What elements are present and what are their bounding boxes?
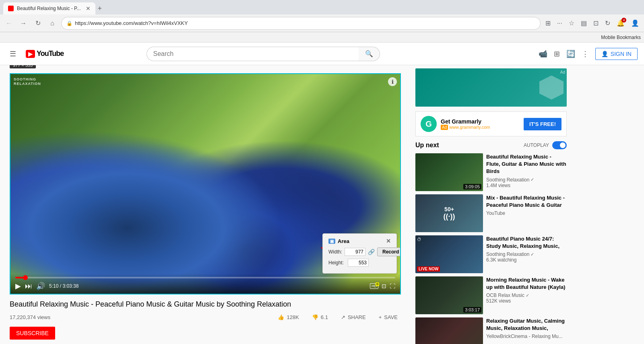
- controls-right: HD⚙ ⊡ ⛶: [370, 283, 395, 289]
- like-button[interactable]: 👍 128K: [275, 313, 302, 322]
- video-duration: 3:09:05: [463, 184, 481, 190]
- height-field: Height:: [328, 259, 391, 267]
- record-dialog-title: ▣ Area ✕: [328, 238, 391, 244]
- browser-toolbar: ← → ↻ ⌂ 🔒 https://www.youtube.com/watch?…: [0, 14, 644, 32]
- playlist-thumb: 50+ ((·)): [415, 194, 483, 232]
- tab-title: Beautiful Relaxing Music - P...: [17, 6, 81, 11]
- header-right: 📹 ⊞ 🔄 ⋮ 👤 SIGN IN: [539, 48, 638, 60]
- grammarly-name: Get Grammarly: [441, 118, 520, 125]
- verified-icon: ✓: [530, 177, 534, 182]
- video-column: 977 × 553 SOOTHING RELAXATION ℹ: [0, 65, 411, 344]
- tab-bar: Beautiful Relaxing Music - P... ✕ +: [0, 0, 644, 14]
- share-button[interactable]: ↗ SHARE: [338, 313, 369, 322]
- playlist-info: Morning Relaxing Music - Wake up with Be…: [486, 276, 567, 314]
- playlist-thumb: ⏱ LIVE NOW: [415, 235, 483, 273]
- reader-icon[interactable]: ⊡: [592, 18, 600, 29]
- video-info-button[interactable]: ℹ: [388, 77, 397, 86]
- video-time: 5:10 / 3:03:38: [49, 283, 78, 289]
- bookmark-star-icon[interactable]: ☆: [567, 18, 576, 29]
- autoplay-label: AUTOPLAY: [524, 142, 549, 148]
- video-size-badge: 977 × 553: [10, 65, 36, 68]
- notifications-badge[interactable]: 🔔4: [615, 18, 626, 29]
- hamburger-menu-icon[interactable]: ☰: [6, 46, 19, 62]
- volume-button[interactable]: 🔊: [36, 282, 45, 290]
- grammarly-info: Get Grammarly Ad www.grammarly.com: [441, 118, 520, 130]
- next-button[interactable]: ⏭: [25, 282, 32, 290]
- video-title: Beautiful Relaxing Music - Peaceful Pian…: [10, 299, 401, 309]
- share-icon: ↗: [341, 314, 345, 320]
- playlist-item[interactable]: Relaxing Guitar Music, Calming Music, Re…: [415, 317, 567, 344]
- extensions-icon[interactable]: ⊞: [544, 18, 552, 29]
- thumb-up-icon: 👍: [278, 314, 284, 320]
- up-next-title: Up next: [415, 142, 439, 149]
- playlist-item[interactable]: ⏱ LIVE NOW Beautiful Piano Music 24/7: S…: [415, 235, 567, 273]
- home-button[interactable]: ⌂: [47, 18, 58, 29]
- height-label: Height:: [328, 260, 345, 266]
- grammarly-ad-label: Ad www.grammarly.com: [441, 125, 520, 130]
- lock-link-icon[interactable]: 🔗: [368, 249, 375, 255]
- grammarly-ad: G Get Grammarly Ad www.grammarly.com IT'…: [415, 111, 567, 136]
- playlist-item[interactable]: 3:09:05 Beautiful Relaxing Music - Flute…: [415, 153, 567, 191]
- autoplay-control: AUTOPLAY: [524, 141, 567, 149]
- hd-badge: HD⚙: [370, 283, 378, 289]
- width-input[interactable]: [345, 248, 365, 256]
- ad-banner: Ad: [415, 68, 567, 107]
- playlist-info: Beautiful Relaxing Music - Flute, Guitar…: [486, 153, 567, 191]
- ad-hexagon: [539, 76, 564, 100]
- playlist-watching: 6.3K watching: [486, 257, 567, 263]
- new-tab-button[interactable]: +: [95, 4, 105, 13]
- video-player[interactable]: SOOTHING RELAXATION ℹ ▶: [10, 73, 401, 295]
- active-tab[interactable]: Beautiful Relaxing Music - P... ✕: [3, 2, 95, 14]
- soothing-logo: SOOTHING RELAXATION: [14, 77, 41, 86]
- reload-button[interactable]: ↻: [32, 18, 43, 29]
- record-close-button[interactable]: ✕: [386, 238, 391, 244]
- youtube-logo[interactable]: ▶ YouTube: [26, 49, 64, 58]
- progress-dot: [23, 275, 28, 280]
- progress-fill: [15, 277, 26, 278]
- height-input[interactable]: [348, 259, 369, 267]
- youtube-logo-icon: ▶: [26, 50, 35, 58]
- playlist-item-title: Relaxing Guitar Music, Calming Music, Re…: [486, 317, 567, 332]
- back-button[interactable]: ←: [3, 18, 14, 29]
- ad-label: Ad: [560, 70, 565, 74]
- kebab-menu-icon[interactable]: ⋮: [582, 49, 589, 58]
- apps-grid-icon[interactable]: ⊞: [554, 49, 560, 58]
- play-button[interactable]: ▶: [15, 282, 21, 290]
- save-icon: +: [379, 314, 382, 320]
- video-player-wrapper: 977 × 553 SOOTHING RELAXATION ℹ: [10, 73, 401, 295]
- search-button[interactable]: 🔍: [359, 47, 380, 61]
- youtube-app: ☰ ▶ YouTube 🔍 📹 ⊞ 🔄 ⋮ 👤 SIGN IN 977 × 55…: [0, 43, 644, 344]
- playlist-channel: Soothing Relaxation ✓: [486, 177, 567, 183]
- dislike-button[interactable]: 👎 6.1: [309, 313, 331, 322]
- video-duration: 3:03:17: [463, 307, 481, 313]
- cast-icon[interactable]: 🔄: [566, 49, 575, 58]
- playlist-channel: Soothing Relaxation ✓: [486, 251, 567, 257]
- miniplayer-button[interactable]: ⊡: [382, 283, 386, 289]
- playlist-item[interactable]: 3:03:17 Morning Relaxing Music - Wake up…: [415, 276, 567, 314]
- forward-button[interactable]: →: [18, 18, 29, 29]
- profile-icon[interactable]: 👤: [630, 18, 641, 29]
- address-bar[interactable]: 🔒 https://www.youtube.com/watch?v=hIWil4…: [61, 17, 541, 30]
- sidebar-icon[interactable]: ▤: [579, 18, 588, 29]
- video-channel-watermark: SOOTHING RELAXATION: [14, 77, 41, 86]
- video-upload-icon[interactable]: 📹: [539, 49, 547, 58]
- subscribe-button[interactable]: SUBSCRIBE: [10, 327, 55, 340]
- autoplay-toggle[interactable]: [552, 141, 567, 149]
- search-input[interactable]: [147, 47, 359, 61]
- menu-dots-icon[interactable]: ···: [555, 18, 564, 29]
- fullscreen-button[interactable]: ⛶: [390, 283, 395, 289]
- playlist-item-title: Morning Relaxing Music - Wake up with Be…: [486, 276, 567, 291]
- thumb-down-icon: 👎: [312, 314, 318, 320]
- playlist-item[interactable]: 50+ ((·)) Mix - Beautiful Relaxing Music…: [415, 194, 567, 232]
- grammarly-cta-button[interactable]: IT'S FREE!: [524, 118, 561, 130]
- record-button[interactable]: Record: [377, 247, 401, 256]
- bookmarks-bar: Mobile Bookmarks: [0, 32, 644, 43]
- tab-close-button[interactable]: ✕: [86, 5, 91, 12]
- sync-icon[interactable]: ↻: [603, 18, 612, 29]
- playlist-item-title: Beautiful Piano Music 24/7: Study Music,…: [486, 235, 567, 250]
- youtube-header: ☰ ▶ YouTube 🔍 📹 ⊞ 🔄 ⋮ 👤 SIGN IN: [0, 43, 644, 65]
- sign-in-button[interactable]: 👤 SIGN IN: [595, 48, 638, 60]
- controls-row: ▶ ⏭ 🔊 5:10 / 3:03:38 HD⚙ ⊡ ⛶: [15, 282, 395, 290]
- progress-bar[interactable]: [15, 277, 395, 278]
- save-button[interactable]: + SAVE: [376, 313, 401, 322]
